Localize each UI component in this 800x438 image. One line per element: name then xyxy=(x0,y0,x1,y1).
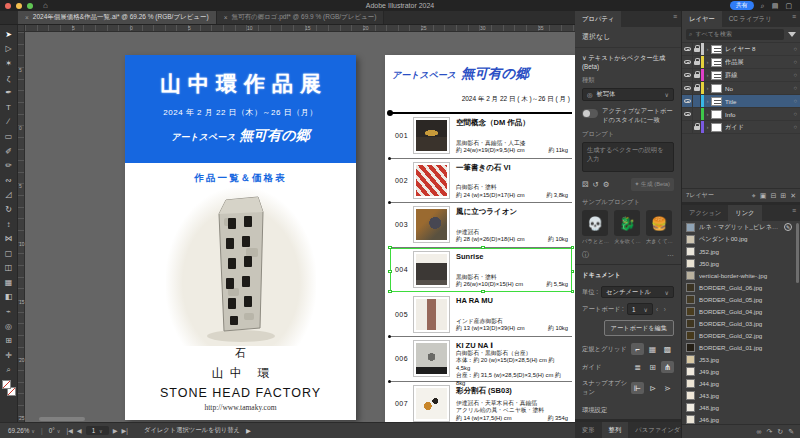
layer-row[interactable]: › No ○ xyxy=(682,82,800,95)
delete-layer-icon[interactable]: ✕ xyxy=(790,192,796,200)
lock-icon[interactable] xyxy=(694,48,700,53)
arrange-documents-icon[interactable]: ▢ xyxy=(785,2,792,10)
search-icon[interactable]: ⌕ xyxy=(761,2,765,10)
sample-prompt-tile[interactable]: 🐉 火を吹く… xyxy=(614,210,641,245)
expand-chevron-icon[interactable]: › xyxy=(704,46,711,52)
target-circle-icon[interactable]: ○ xyxy=(793,124,797,130)
info-icon[interactable]: ⓘ xyxy=(582,250,589,260)
align-panel-tab[interactable]: 変形 xyxy=(575,422,602,438)
visibility-eye-icon[interactable] xyxy=(684,47,691,52)
paintbrush-tool-icon[interactable]: ✐ xyxy=(1,144,17,159)
close-window-button[interactable] xyxy=(5,3,11,9)
links-panel-tab[interactable]: アクション xyxy=(682,205,728,221)
free-transform-tool-icon[interactable]: ▢ xyxy=(1,246,17,261)
link-row[interactable]: J43.jpg ✎ xyxy=(682,389,800,401)
link-row[interactable]: BORDER_Gold_02.jpg ✎ xyxy=(682,329,800,341)
history-icon[interactable]: ↺ xyxy=(593,180,599,189)
preferences-link[interactable]: 環境設定 xyxy=(582,403,674,415)
expand-chevron-icon[interactable]: › xyxy=(704,85,711,91)
link-row[interactable]: J50.jpg ✎ xyxy=(682,257,800,269)
snap-to-point-icon[interactable]: ⊩ xyxy=(631,382,644,394)
link-row[interactable]: ペンダント00.jpg ✎ xyxy=(682,233,800,245)
expand-chevron-icon[interactable]: › xyxy=(704,98,711,104)
minimize-window-button[interactable] xyxy=(16,3,22,9)
visibility-eye-icon[interactable] xyxy=(684,60,691,65)
eraser-tool-icon[interactable]: ◿ xyxy=(1,188,17,203)
layers-search-input[interactable]: ⌕ すべてを検索 xyxy=(686,29,784,40)
layers-panel-tab[interactable]: CC ライブラリ xyxy=(722,11,779,27)
line-segment-tool-icon[interactable]: ∕ xyxy=(1,115,17,130)
zoom-tool-icon[interactable]: ⌕ xyxy=(1,363,17,378)
make-clipping-mask-icon[interactable]: ▣ xyxy=(760,192,767,200)
horizontal-scrollbar[interactable] xyxy=(39,417,85,421)
target-circle-icon[interactable]: ○ xyxy=(793,59,797,65)
gear-icon[interactable]: ⚙ xyxy=(603,180,610,189)
more-options-icon[interactable]: … xyxy=(667,250,674,260)
link-row[interactable]: J46.jpg ✎ xyxy=(682,413,800,424)
layer-name[interactable]: レイヤー 8 xyxy=(725,45,793,54)
target-circle-icon[interactable]: ○ xyxy=(793,98,797,104)
layer-row[interactable]: › Info ○ xyxy=(682,108,800,121)
pen-tool-icon[interactable]: ✒ xyxy=(1,85,17,100)
hand-tool-icon[interactable]: ✛ xyxy=(1,348,17,363)
artboard-select[interactable]: 1∨ xyxy=(627,303,653,315)
layers-panel-tab[interactable]: レイヤー xyxy=(682,11,722,27)
status-expand-icon[interactable]: ▶ xyxy=(246,427,251,434)
selection-handle[interactable] xyxy=(388,270,392,274)
relink-icon[interactable]: ∞ xyxy=(756,428,761,435)
link-row[interactable]: J48.jpg ✎ xyxy=(682,401,800,413)
expand-chevron-icon[interactable]: › xyxy=(704,72,711,78)
price-list-item[interactable]: 007 彩分割石 (SB03) 伊達冠石・天草木目石・真鍮箔 アクリル絵の具・ベ… xyxy=(390,382,572,422)
lock-icon[interactable] xyxy=(694,87,700,92)
share-button[interactable]: 共有 xyxy=(730,1,754,10)
zoom-level-select[interactable]: 69.26%∨ xyxy=(8,427,35,434)
layer-name[interactable]: 作品展 xyxy=(725,58,793,67)
direct-selection-tool-icon[interactable]: ▷ xyxy=(1,42,17,57)
edit-artboards-button[interactable]: アートボードを編集 xyxy=(604,320,674,336)
visibility-eye-icon[interactable] xyxy=(684,73,691,78)
layer-name[interactable]: No xyxy=(725,85,793,92)
ruler-origin[interactable] xyxy=(18,25,25,32)
first-artboard-button[interactable]: |◀ xyxy=(66,427,72,434)
zoom-window-button[interactable] xyxy=(27,3,33,9)
target-circle-icon[interactable]: ○ xyxy=(793,111,797,117)
subject-select[interactable]: ◎ 被写体 ∨ xyxy=(582,88,674,101)
link-row[interactable]: BORDER_Gold_03.jpg ✎ xyxy=(682,317,800,329)
width-tool-icon[interactable]: ⋈ xyxy=(1,231,17,246)
link-row[interactable]: J53.jpg ✎ xyxy=(682,353,800,365)
link-row[interactable]: BORDER_Gold_01.jpg ✎ xyxy=(682,341,800,353)
pricelist-artboard[interactable]: アートスペース無可有の郷 2024 年 2 月 22 日 ( 木 )～26 日 … xyxy=(385,55,575,422)
selection-handle[interactable] xyxy=(571,246,575,250)
document-tab[interactable]: × 2024年個展価格&作品一覧.ai* @ 69.26 % (RGB/プレビュ… xyxy=(18,11,217,24)
type-tool-icon[interactable]: T xyxy=(1,100,17,115)
document-tab[interactable]: × 無可有の郷ロゴ.pdf* @ 69.9 % (RGB/プレビュー) xyxy=(217,11,385,24)
close-tab-icon[interactable]: × xyxy=(224,14,228,21)
link-row[interactable]: vertical-border-white-.jpg ✎ xyxy=(682,269,800,281)
align-panel-tab[interactable]: 整列 xyxy=(602,422,629,438)
pencil-tool-icon[interactable]: ✏ xyxy=(1,158,17,173)
fill-swatch[interactable] xyxy=(2,380,11,389)
align-panel-tab[interactable]: パスファインダー xyxy=(628,422,681,438)
sample-prompt-tile[interactable]: 💀 バラとと… xyxy=(582,210,609,245)
smart-guides-icon[interactable]: ⋔ xyxy=(661,361,674,373)
lock-icon[interactable] xyxy=(694,126,700,131)
locate-object-icon[interactable]: ⌖ xyxy=(752,192,756,200)
visibility-eye-icon[interactable] xyxy=(684,112,691,117)
next-artboard-button[interactable]: ▶ xyxy=(113,427,118,434)
links-panel-tab[interactable]: リンク xyxy=(728,205,761,221)
filter-icon[interactable] xyxy=(788,32,796,37)
selection-tool-icon[interactable]: ➤ xyxy=(1,27,17,42)
price-list-item[interactable]: 006 KI ZU NA Ⅰ 白御影石・黒御影石（台座） 本体：約 20 (w)… xyxy=(390,337,572,382)
close-tab-icon[interactable]: × xyxy=(25,14,29,21)
target-circle-icon[interactable]: ○ xyxy=(793,72,797,78)
price-list-item[interactable]: 004 Sunrise 黒御影石・塗料 約 26(w)×10(D)×15(H) … xyxy=(390,248,572,293)
edit-original-icon[interactable]: ✎ xyxy=(788,428,794,436)
selection-handle[interactable] xyxy=(388,246,392,250)
shaper-tool-icon[interactable]: ∾ xyxy=(1,173,17,188)
layer-name[interactable]: Info xyxy=(725,111,793,118)
expand-chevron-icon[interactable]: › xyxy=(704,111,711,117)
show-grid-icon[interactable]: ▦ xyxy=(646,343,659,355)
go-to-link-icon[interactable]: ↷ xyxy=(766,428,772,436)
layer-name[interactable]: 罫線 xyxy=(725,71,793,80)
lasso-tool-icon[interactable]: ζ xyxy=(1,71,17,86)
